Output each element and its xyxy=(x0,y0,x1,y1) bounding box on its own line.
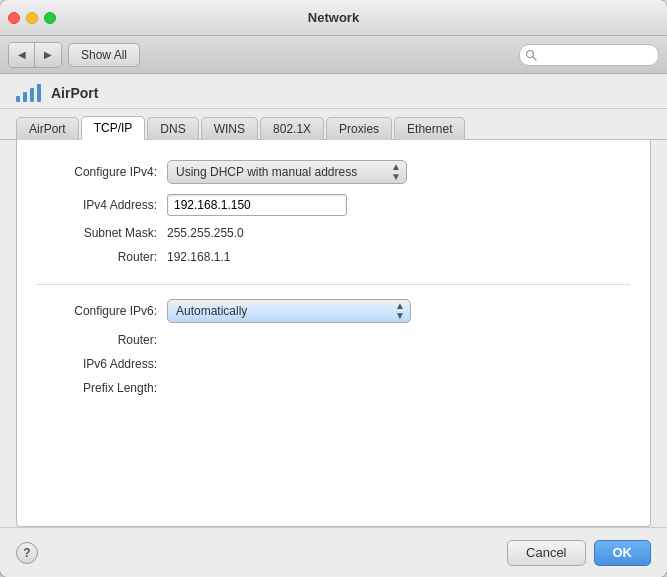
prefix-length-row: Prefix Length: xyxy=(37,381,630,395)
subnet-mask-value: 255.255.255.0 xyxy=(167,226,244,240)
configure-ipv6-label: Configure IPv6: xyxy=(37,304,167,318)
ipv4-address-label: IPv4 Address: xyxy=(37,198,167,212)
help-button[interactable]: ? xyxy=(16,542,38,564)
configure-ipv4-label: Configure IPv4: xyxy=(37,165,167,179)
configure-ipv4-row: Configure IPv4: Using DHCP Using DHCP wi… xyxy=(37,160,630,184)
router-label: Router: xyxy=(37,250,167,264)
configure-ipv6-select[interactable]: Automatically Manually Off xyxy=(167,299,411,323)
search-input[interactable] xyxy=(519,44,659,66)
ipv6-address-label: IPv6 Address: xyxy=(37,357,167,371)
window-title: Network xyxy=(308,10,359,25)
ipv4-address-input[interactable] xyxy=(167,194,347,216)
titlebar: Network xyxy=(0,0,667,36)
tab-8021x[interactable]: 802.1X xyxy=(260,117,324,140)
ipv4-address-row: IPv4 Address: xyxy=(37,194,630,216)
network-window: Network ◀ ▶ Show All AirPort xyxy=(0,0,667,577)
configure-ipv4-select[interactable]: Using DHCP Using DHCP with manual addres… xyxy=(167,160,407,184)
show-all-button[interactable]: Show All xyxy=(68,43,140,67)
ipv4-section: Configure IPv4: Using DHCP Using DHCP wi… xyxy=(37,160,630,264)
ipv6-router-row: Router: xyxy=(37,333,630,347)
content-area: AirPort AirPort TCP/IP DNS WINS 802.1X P… xyxy=(0,74,667,577)
tab-proxies[interactable]: Proxies xyxy=(326,117,392,140)
router-value: 192.168.1.1 xyxy=(167,250,230,264)
minimize-button[interactable] xyxy=(26,12,38,24)
airport-icon xyxy=(16,84,41,102)
configure-ipv6-row: Configure IPv6: Automatically Manually O… xyxy=(37,299,630,323)
subnet-mask-label: Subnet Mask: xyxy=(37,226,167,240)
bottom-bar: ? Cancel OK xyxy=(0,527,667,577)
toolbar: ◀ ▶ Show All xyxy=(0,36,667,74)
cancel-button[interactable]: Cancel xyxy=(507,540,585,566)
back-button[interactable]: ◀ xyxy=(9,43,35,67)
tab-dns[interactable]: DNS xyxy=(147,117,198,140)
tabs-bar: AirPort TCP/IP DNS WINS 802.1X Proxies E… xyxy=(0,109,667,140)
maximize-button[interactable] xyxy=(44,12,56,24)
search-wrapper xyxy=(519,44,659,66)
sidebar-header: AirPort xyxy=(0,74,667,109)
tab-wins[interactable]: WINS xyxy=(201,117,258,140)
section-divider xyxy=(37,284,630,285)
tab-ethernet[interactable]: Ethernet xyxy=(394,117,465,140)
form-area: Configure IPv4: Using DHCP Using DHCP wi… xyxy=(16,140,651,527)
nav-button-group: ◀ ▶ xyxy=(8,42,62,68)
configure-ipv6-select-wrapper: Automatically Manually Off ▲ ▼ xyxy=(167,299,411,323)
ipv6-address-row: IPv6 Address: xyxy=(37,357,630,371)
tab-airport[interactable]: AirPort xyxy=(16,117,79,140)
router-row: Router: 192.168.1.1 xyxy=(37,250,630,264)
tab-tcpip[interactable]: TCP/IP xyxy=(81,116,146,140)
subnet-mask-row: Subnet Mask: 255.255.255.0 xyxy=(37,226,630,240)
ipv6-router-label: Router: xyxy=(37,333,167,347)
forward-button[interactable]: ▶ xyxy=(35,43,61,67)
close-button[interactable] xyxy=(8,12,20,24)
prefix-length-label: Prefix Length: xyxy=(37,381,167,395)
ok-button[interactable]: OK xyxy=(594,540,652,566)
service-name: AirPort xyxy=(51,85,98,101)
configure-ipv4-select-wrapper: Using DHCP Using DHCP with manual addres… xyxy=(167,160,407,184)
traffic-lights xyxy=(8,12,56,24)
bottom-buttons: Cancel OK xyxy=(507,540,651,566)
ipv6-section: Configure IPv6: Automatically Manually O… xyxy=(37,299,630,395)
